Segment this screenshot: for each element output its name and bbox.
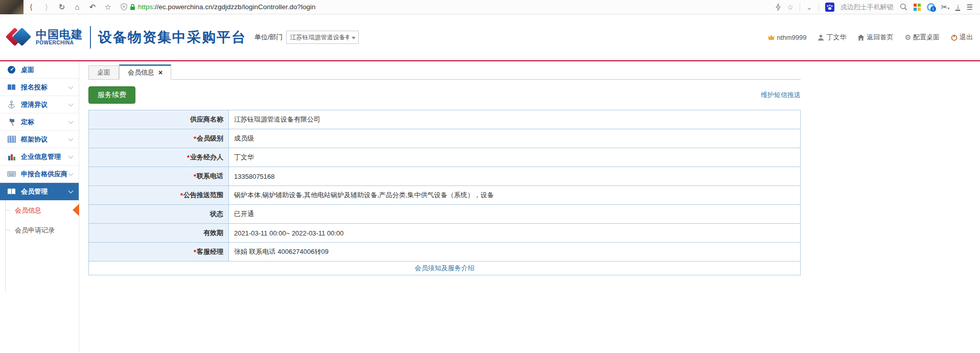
url-text[interactable]: https://ec.powerchina.cn/zgdjdzzb/loginC… xyxy=(138,3,315,11)
chevron-down-icon xyxy=(68,84,74,89)
user-id: nthm9999 xyxy=(767,34,807,41)
home-icon[interactable]: ⌂ xyxy=(69,3,85,11)
main-content: 桌面 会员信息 × 服务续费 维护短信推送 供应商名称 江苏钰琨源管道设备有限公… xyxy=(79,61,980,352)
active-arrow-icon xyxy=(73,204,79,216)
tab-bar: 桌面 会员信息 × xyxy=(88,64,801,80)
shield-icon[interactable] xyxy=(121,3,127,11)
service-manager-value: 张娟 联系电话 4006274006转09 xyxy=(229,243,800,261)
logout-link[interactable]: 退出 xyxy=(951,33,973,42)
table-icon xyxy=(7,135,16,144)
gear-icon: ⚙ xyxy=(904,33,911,41)
extension-paw-icon[interactable] xyxy=(825,3,834,12)
status-value: 已开通 xyxy=(229,205,800,223)
chevron-down-icon xyxy=(68,136,74,141)
brand-name-en: POWERCHINA xyxy=(36,40,83,46)
lightning-icon[interactable] xyxy=(775,3,781,11)
search-icon[interactable] xyxy=(900,3,907,11)
table-footer: 会员须知及服务介绍 xyxy=(89,262,800,275)
table-row: *客服经理 张娟 联系电话 4006274006转09 xyxy=(89,243,800,262)
dept-select[interactable]: 江苏钰琨源管道设备有限公 xyxy=(286,31,359,44)
submenu-item-member-info[interactable]: 会员信息 xyxy=(6,200,79,220)
member-notice-link[interactable]: 会员须知及服务介绍 xyxy=(415,264,475,273)
reload-icon[interactable]: ↻ xyxy=(54,3,69,12)
chevron-down-icon xyxy=(68,171,74,176)
bookmark-star-icon[interactable]: ☆ xyxy=(100,3,115,12)
forward-icon[interactable]: ⟩ xyxy=(39,3,54,12)
field-label: 公告推送范围 xyxy=(183,191,223,200)
download-icon[interactable]: ↓ xyxy=(955,4,960,11)
chevron-down-icon[interactable]: ⌄ xyxy=(806,3,812,11)
table-row: *联系电话 13358075168 xyxy=(89,167,800,186)
dashboard-icon xyxy=(7,65,16,74)
field-label: 供应商名称 xyxy=(190,115,223,124)
menu-hamburger-icon[interactable]: ☰ xyxy=(966,3,973,11)
field-label: 会员级别 xyxy=(197,134,223,143)
ssl-lock-icon xyxy=(130,4,135,10)
proxy-status-icon[interactable]: 1 xyxy=(927,3,935,11)
sms-push-maintain-link[interactable]: 维护短信推送 xyxy=(761,90,801,100)
submenu-item-member-application-log[interactable]: 会员申请记录 xyxy=(6,220,79,240)
back-icon[interactable]: ⟨ xyxy=(24,3,39,12)
platform-title: 设备物资集中采购平台 xyxy=(98,28,246,46)
sidebar: 桌面 报名投标 澄清异议 定标 框架协 xyxy=(0,61,79,352)
undo-icon[interactable]: ↶ xyxy=(85,3,100,12)
announcement-scope-value: 锅炉本体,锅炉辅助设备,其他电站锅炉及辅助设备,产品分类,集中供气设备（系统），… xyxy=(229,186,800,204)
page-thumbnail xyxy=(0,0,24,14)
chevron-down-icon xyxy=(68,188,74,193)
extension-label[interactable]: 戍边烈士手机解锁 xyxy=(841,3,894,12)
validity-period-value: 2021-03-11 00:00~ 2022-03-11 00:00 xyxy=(229,224,800,242)
power-icon xyxy=(951,34,958,41)
user-name: 丁文华 xyxy=(818,33,846,42)
tab-member-info[interactable]: 会员信息 × xyxy=(119,64,171,80)
member-info-table: 供应商名称 江苏钰琨源管道设备有限公司 *会员级别 成员级 *业务经办人 丁文华… xyxy=(88,110,801,275)
toolbar: 服务续费 维护短信推送 xyxy=(88,86,801,104)
book-icon xyxy=(7,187,16,196)
service-renewal-button[interactable]: 服务续费 xyxy=(88,86,135,104)
required-asterisk: * xyxy=(187,154,190,161)
table-row: 有效期 2021-03-11 00:00~ 2022-03-11 00:00 xyxy=(89,224,800,243)
required-asterisk: * xyxy=(194,135,196,143)
person-icon xyxy=(818,34,824,41)
member-level-value: 成员级 xyxy=(229,129,800,148)
configure-desktop-link[interactable]: ⚙ 配置桌面 xyxy=(904,33,940,42)
browser-toolbar: ⟨ ⟩ ↻ ⌂ ↶ ☆ https://ec.powerchina.cn/zgd… xyxy=(0,0,980,14)
app-header: 中国电建 POWERCHINA 设备物资集中采购平台 单位/部门 江苏钰琨源管道… xyxy=(0,14,980,61)
sidebar-item-clarification[interactable]: 澄清异议 xyxy=(0,96,79,113)
sidebar-item-bidding[interactable]: 报名投标 xyxy=(0,79,79,96)
favorite-star-icon[interactable]: ☆ xyxy=(787,3,794,11)
powerchina-logo-icon xyxy=(7,26,31,49)
sidebar-item-desktop[interactable]: 桌面 xyxy=(0,61,79,79)
sidebar-item-award[interactable]: 定标 xyxy=(0,113,79,131)
field-label: 联系电话 xyxy=(197,172,223,181)
required-asterisk: * xyxy=(194,248,196,256)
contact-phone-value: 13358075168 xyxy=(229,167,800,185)
field-label: 状态 xyxy=(210,209,223,219)
table-row: 状态 已开通 xyxy=(89,205,800,224)
tab-desktop[interactable]: 桌面 xyxy=(88,65,119,79)
membership-submenu: 会员信息 会员申请记录 xyxy=(5,200,79,291)
brand-name-cn: 中国电建 xyxy=(36,29,83,40)
keyboard-icon xyxy=(7,170,16,178)
sidebar-item-company-info[interactable]: 企业信息管理 xyxy=(0,148,79,166)
business-agent-value: 丁文华 xyxy=(229,148,800,167)
field-label: 业务经办人 xyxy=(190,153,223,162)
browser-actions: ☆ ⌄ 戍边烈士手机解锁 1 ✂▾ ↓ ☰ xyxy=(775,3,980,12)
crown-icon xyxy=(767,34,775,40)
apps-grid-icon[interactable] xyxy=(914,4,921,11)
chevron-down-icon xyxy=(68,101,74,106)
return-home-link[interactable]: 返回首页 xyxy=(857,33,893,42)
flag-icon xyxy=(7,117,16,126)
select-arrow-icon xyxy=(352,37,356,39)
required-asterisk: * xyxy=(180,192,183,199)
screenshot-scissors-icon[interactable]: ✂▾ xyxy=(941,3,950,12)
anchor-icon xyxy=(7,100,16,109)
close-tab-icon[interactable]: × xyxy=(158,69,162,76)
badge-count: 1 xyxy=(930,6,936,12)
chevron-down-icon xyxy=(68,119,74,124)
sidebar-item-qualified-supplier[interactable]: 申报合格供应商 xyxy=(0,166,79,183)
address-bar[interactable]: https://ec.powerchina.cn/zgdjdzzb/loginC… xyxy=(121,3,315,11)
sidebar-item-framework[interactable]: 框架协议 xyxy=(0,131,79,148)
sidebar-item-membership[interactable]: 会员管理 xyxy=(0,183,79,200)
table-row: *会员级别 成员级 xyxy=(89,129,800,148)
supplier-name-value: 江苏钰琨源管道设备有限公司 xyxy=(229,110,800,129)
